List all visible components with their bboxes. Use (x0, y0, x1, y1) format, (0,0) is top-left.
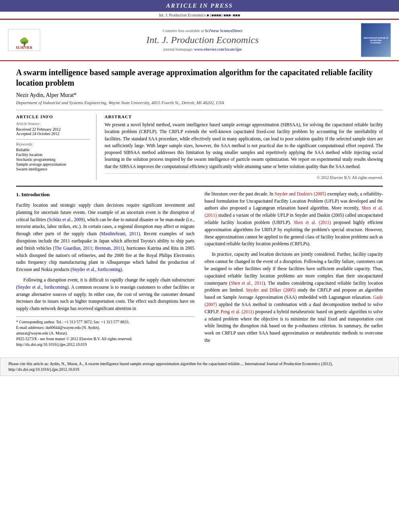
journal-cover-image: international journal ofproductioneconom… (361, 23, 391, 57)
shen-2011-ref1[interactable]: Shen et al. (2011) (205, 205, 383, 218)
snyder-forthcoming-ref2[interactable]: Snyder et al., forthcoming (18, 285, 67, 290)
journal-homepage: journal homepage: www.elsevier.com/locat… (44, 47, 361, 51)
schutz-ref[interactable]: Schütz et al., 2009 (49, 217, 83, 222)
homepage-label: journal homepage: (163, 47, 193, 51)
article-in-press-banner: ARTICLE IN PRESS (0, 0, 399, 12)
body-para-1: Facility location and strategic supply c… (16, 202, 195, 273)
abstract-text: We present a novel hybrid method, swarm … (105, 121, 383, 170)
section-1-heading: 1. Introduction (16, 191, 195, 199)
article-info-abstract-section: ARTICLE INFO Article history: Received 2… (16, 110, 383, 180)
section-number: 1. (16, 191, 20, 197)
body-para-4: In practice, capacity and location decis… (205, 251, 383, 344)
abstract-column: ABSTRACT We present a novel hybrid metho… (105, 114, 383, 180)
footnote-email1: E-mail addresses: du60644@wayne.edu (N. … (16, 325, 195, 331)
section-divider (16, 186, 383, 187)
footnote-email2: amurat@wayne.edu (A. Murat). (16, 331, 195, 336)
snyder-dilker-ref[interactable]: Snyder and Dilker (2005) (246, 288, 296, 292)
peng-ref[interactable]: Peng et al. (2011) (221, 309, 254, 314)
journal-center-info: Contents lists available at SciVerse Sci… (44, 29, 361, 51)
journal-title: Int. J. Production Economics (44, 35, 361, 45)
affiliation: Department of Industrial and Systems Eng… (16, 100, 383, 105)
elsevier-logo-area: 🌳 ELSEVIER (8, 29, 44, 51)
citation-bar: Please cite this article as: Aydin, N., … (0, 357, 399, 376)
authors: Nezir Aydin, Alper Murat* (16, 92, 383, 99)
keyword-2: Facility location (16, 152, 90, 157)
journal-header: 🌳 ELSEVIER Contents lists available at S… (0, 19, 399, 61)
doi-line: Int. J. Production Economics ■ (■■■■) ■■… (0, 12, 399, 19)
abstract-label: ABSTRACT (105, 114, 383, 119)
keyword-4: Sample average approximation (16, 162, 90, 166)
elsevier-logo: 🌳 ELSEVIER (8, 29, 40, 51)
snyder-daskin-ref[interactable]: Snyder and Daskin's (2005) (275, 191, 326, 196)
body-column-1: 1. Introduction Facility location and st… (16, 191, 195, 347)
keyword-3: Stochastic programming (16, 157, 90, 162)
footnote-star: * Corresponding author. Tel.: +1 313 577… (16, 319, 195, 325)
snyder-forthcoming-ref[interactable]: Snyder et al., forthcoming (72, 267, 120, 272)
elsevier-label: ELSEVIER (16, 46, 32, 49)
article-received: Received 22 February 2012 Accepted 24 Oc… (16, 127, 90, 136)
brennan-ref[interactable]: Brennan, 2011 (95, 246, 122, 251)
main-content: A swarm intelligence based sample averag… (0, 61, 399, 353)
shen-2011-ref2[interactable]: Shen et al. (2011) (294, 220, 331, 225)
footnote-doi: http://dx.doi.org/10.1016/j.ijpe.2012.10… (16, 342, 195, 347)
body-para-2: Following a disruption event, it is diff… (16, 277, 195, 312)
tree-icon: 🌳 (19, 38, 29, 46)
keyword-1: Reliable (16, 148, 90, 152)
homepage-url[interactable]: www.elsevier.com/locate/ijpe (194, 47, 242, 51)
sciverse-info: Contents lists available at SciVerse Sci… (44, 29, 361, 33)
sciverse-link[interactable]: SciVerse ScienceDirect (205, 29, 243, 33)
guardian-ref[interactable]: The Guardian, 2011 (55, 246, 93, 251)
article-info-label: ARTICLE INFO (16, 114, 90, 119)
contents-available-text: Contents lists available at (162, 29, 204, 33)
keywords-list: Reliable Facility location Stochastic pr… (16, 148, 90, 171)
gade-ref[interactable]: Gade (2007) (205, 295, 383, 307)
section-title: Introduction (21, 191, 50, 197)
keywords-label: Keywords: (16, 142, 90, 146)
article-info-column: ARTICLE INFO Article history: Received 2… (16, 114, 97, 180)
body-column-2: the literature over the past decade. In … (205, 191, 383, 347)
shen-et-al-ref[interactable]: Shen et al., 2011 (231, 281, 263, 286)
copyright-line: © 2012 Elsevier B.V. All rights reserved… (105, 173, 383, 180)
masihtehrani-ref[interactable]: Masihtehrani, 2011 (101, 231, 138, 236)
body-para-3: the literature over the past decade. In … (205, 191, 383, 248)
article-history-label: Article history: (16, 121, 90, 126)
footnote-issn: 0925-5273/$ - see front matter © 2012 El… (16, 336, 195, 342)
footnotes-area: * Corresponding author. Tel.: +1 313 577… (16, 316, 195, 347)
keyword-5: Swarm intelligence (16, 167, 90, 171)
paper-title: A swarm intelligence based sample averag… (16, 67, 383, 88)
cover-label: international journal ofproductioneconom… (364, 37, 388, 44)
body-two-column: 1. Introduction Facility location and st… (16, 191, 383, 347)
